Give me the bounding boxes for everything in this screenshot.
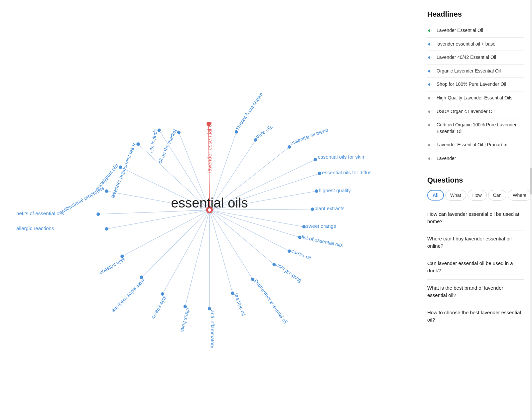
svg-point-27 <box>177 131 181 134</box>
svg-text:peppermint essential oil: peppermint essential oil <box>254 278 289 325</box>
megaphone-icon <box>427 68 433 74</box>
svg-text:pure oils: pure oils <box>255 124 274 139</box>
svg-point-33 <box>315 190 318 193</box>
svg-point-29 <box>254 138 257 142</box>
svg-text:essential oils for skin: essential oils for skin <box>318 154 364 160</box>
svg-text:side effects: side effects <box>151 295 168 320</box>
megaphone-icon <box>427 95 433 101</box>
headline-text: Lavender 40/42 Essential Oil <box>437 54 496 61</box>
filter-tabs: AllWhatHowCanWhere <box>427 190 524 201</box>
headline-item[interactable]: Lavender 40/42 Essential Oil <box>427 51 524 65</box>
headline-item[interactable]: Lavender Essential Oil <box>427 24 524 38</box>
headline-item[interactable]: Organic Lavender Essential Oil <box>427 65 524 78</box>
headline-item[interactable]: USDA Organic Lavender Oil <box>427 105 524 119</box>
headlines-title: Headlines <box>427 10 524 19</box>
svg-text:oils include: oils include <box>149 128 159 154</box>
headline-text: Shop for 100% Pure Lavender Oil <box>437 81 506 88</box>
svg-point-48 <box>105 190 108 193</box>
filter-tab-can[interactable]: Can <box>488 190 507 201</box>
question-item[interactable]: How can lavender essential oil be used a… <box>427 206 524 230</box>
megaphone-icon <box>427 122 433 128</box>
svg-point-30 <box>288 145 291 149</box>
svg-line-18 <box>141 210 209 277</box>
svg-line-21 <box>98 210 209 214</box>
svg-text:highest quality: highest quality <box>319 188 351 193</box>
scrollbar-thumb[interactable] <box>530 168 532 195</box>
filter-tab-what[interactable]: What <box>445 190 466 201</box>
headline-item[interactable]: High-Quality Lavender Essential Oils <box>427 91 524 105</box>
headline-item[interactable]: lavender essential oil + base <box>427 38 524 51</box>
svg-point-47 <box>96 212 100 216</box>
svg-text:essential oil blend: essential oil blend <box>289 127 329 146</box>
headline-item[interactable]: Certified Organic 100% Pure Lavender Ess… <box>427 118 524 138</box>
svg-text:lavender essential oil: lavender essential oil <box>206 122 212 173</box>
question-item[interactable]: Can lavender essential oil be used in a … <box>427 255 524 280</box>
questions-section: Questions AllWhatHowCanWhere How can lav… <box>427 176 524 329</box>
svg-point-28 <box>235 130 238 134</box>
headlines-list: Lavender Essential Oillavender essential… <box>427 24 524 165</box>
megaphone-icon <box>427 41 433 47</box>
svg-text:list of essential oils: list of essential oils <box>301 234 343 248</box>
headline-text: USDA Organic Lavender Oil <box>437 108 494 115</box>
svg-text:essential oils for diffus: essential oils for diffus <box>322 170 371 175</box>
svg-point-35 <box>302 225 306 228</box>
svg-text:alternative medicine: alternative medicine <box>111 278 146 314</box>
headline-text: Lavender <box>437 155 456 162</box>
mind-map-panel: essential oils lavender essential oil oi… <box>0 0 419 420</box>
svg-text:carrier oil: carrier oil <box>291 248 312 261</box>
svg-point-32 <box>318 172 321 175</box>
megaphone-icon <box>427 142 433 148</box>
svg-line-16 <box>185 210 209 307</box>
mind-map-svg: essential oils lavender essential oil oi… <box>0 0 419 420</box>
svg-text:tea tree oil: tea tree oil <box>233 292 247 316</box>
question-item[interactable]: How to choose the best lavender essentia… <box>427 304 524 329</box>
headline-text: Organic Lavender Essential Oil <box>437 68 501 74</box>
questions-list: How can lavender essential oil be used a… <box>427 206 524 329</box>
center-label: essential oils <box>171 195 248 210</box>
filter-tab-all[interactable]: All <box>427 190 444 201</box>
svg-point-36 <box>298 236 301 239</box>
right-panel: Headlines Lavender Essential Oillavender… <box>419 0 532 420</box>
svg-point-31 <box>314 158 317 161</box>
svg-text:studies have shown: studies have shown <box>234 91 264 131</box>
svg-point-34 <box>311 208 314 211</box>
svg-text:allergic reactions: allergic reactions <box>16 225 54 231</box>
headline-item[interactable]: Lavender <box>427 152 524 165</box>
svg-text:anti inflammatory: anti inflammatory <box>210 310 215 349</box>
svg-line-20 <box>107 210 209 229</box>
svg-text:oil on the market: oil on the market <box>157 128 178 164</box>
scrollbar[interactable] <box>530 0 532 420</box>
megaphone-icon <box>427 109 433 115</box>
headline-item[interactable]: Shop for 100% Pure Lavender Oil <box>427 78 524 91</box>
headline-text: High-Quality Lavender Essential Oils <box>437 95 512 101</box>
question-item[interactable]: Where can I buy lavender essential oil o… <box>427 230 524 255</box>
headline-text: Lavender Essential Oil | Pranarôm <box>437 142 507 148</box>
headline-text: Certified Organic 100% Pure Lavender Ess… <box>437 122 524 135</box>
svg-line-14 <box>209 210 232 293</box>
filter-tab-how[interactable]: How <box>467 190 487 201</box>
filter-tab-where[interactable]: Where <box>508 190 531 201</box>
question-item[interactable]: What is the best brand of lavender essen… <box>427 280 524 304</box>
svg-text:sweet orange: sweet orange <box>306 223 336 229</box>
headline-item[interactable]: Lavender Essential Oil | Pranarôm <box>427 138 524 152</box>
svg-text:nefits of essential oils: nefits of essential oils <box>16 210 64 216</box>
svg-point-46 <box>105 227 108 230</box>
megaphone-icon <box>427 81 433 87</box>
svg-line-13 <box>209 210 253 279</box>
headline-text: lavender essential oil + base <box>437 41 495 48</box>
megaphone-icon <box>427 28 433 34</box>
svg-text:plant extracts: plant extracts <box>315 206 344 211</box>
questions-title: Questions <box>427 176 524 185</box>
svg-text:cold pressing: cold pressing <box>275 262 303 283</box>
headline-text: Lavender Essential Oil <box>437 27 483 34</box>
megaphone-icon <box>427 55 433 61</box>
svg-line-12 <box>209 210 274 265</box>
megaphone-icon <box>427 156 433 162</box>
svg-text:citrus fruits: citrus fruits <box>180 308 191 333</box>
svg-text:skin irritation: skin irritation <box>99 257 126 276</box>
